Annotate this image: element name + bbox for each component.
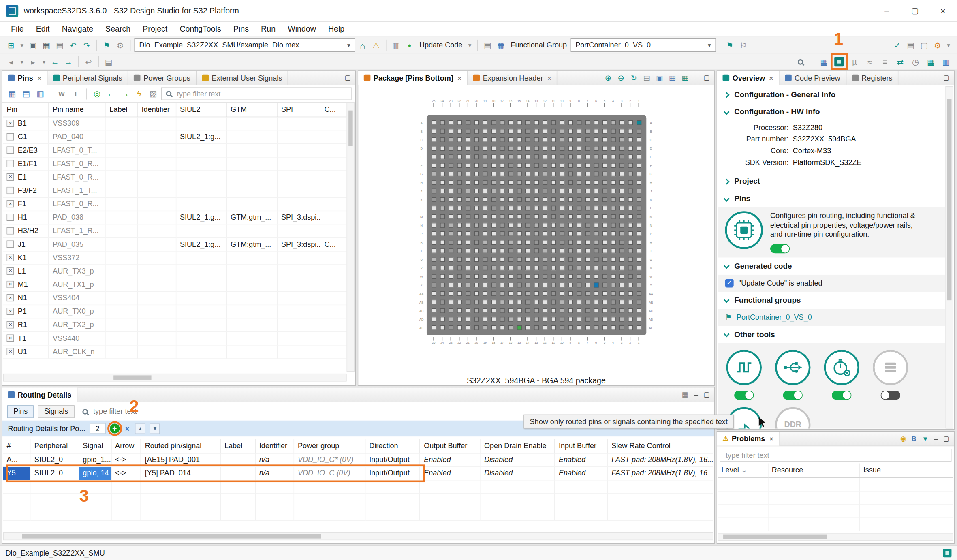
table-layout-icon[interactable]: ▤ — [20, 88, 32, 100]
bga-pin[interactable] — [585, 163, 590, 168]
bga-pin[interactable] — [500, 206, 504, 211]
bga-pin[interactable] — [551, 188, 556, 193]
bga-pin[interactable] — [636, 154, 641, 159]
bga-pin[interactable] — [517, 197, 521, 202]
tab-peripheral-signals[interactable]: Peripheral Signals — [47, 71, 128, 85]
bga-pin[interactable] — [594, 291, 598, 296]
bga-pin[interactable] — [491, 265, 496, 270]
bga-pin[interactable] — [508, 154, 513, 159]
bga-pin[interactable] — [611, 325, 615, 330]
bga-pin[interactable] — [491, 137, 496, 142]
bga-pin[interactable] — [483, 146, 487, 151]
bga-pin[interactable] — [448, 154, 453, 159]
maximize-view-icon[interactable]: ▢ — [344, 74, 351, 82]
bga-pin[interactable] — [551, 257, 556, 262]
bga-pin[interactable] — [431, 265, 436, 270]
bga-pin[interactable] — [440, 129, 444, 134]
bga-pin[interactable] — [457, 214, 462, 219]
bga-pin[interactable] — [560, 291, 564, 296]
bga-pin[interactable] — [508, 163, 513, 168]
bga-pin[interactable] — [457, 317, 462, 322]
bga-pin[interactable] — [628, 197, 632, 202]
bga-pin[interactable] — [636, 274, 641, 279]
book-icon[interactable]: ▤ — [904, 39, 916, 51]
pin-row[interactable]: ×B1VSS309 — [3, 117, 346, 130]
bga-pin[interactable] — [551, 120, 556, 125]
bga-pin[interactable] — [474, 300, 479, 305]
bga-pin[interactable] — [568, 274, 573, 279]
bga-pin[interactable] — [500, 231, 504, 236]
search-icon[interactable] — [794, 56, 806, 68]
bga-pin[interactable] — [508, 291, 513, 296]
bga-pin[interactable] — [517, 180, 521, 185]
close-icon[interactable]: × — [457, 74, 461, 81]
bga-pin[interactable] — [474, 223, 479, 228]
bga-pin[interactable] — [474, 214, 479, 219]
bga-pin[interactable] — [534, 257, 538, 262]
bga-pin[interactable] — [440, 120, 444, 125]
back-icon[interactable]: ← — [49, 56, 61, 68]
bga-pin[interactable] — [602, 171, 607, 176]
bga-pin[interactable] — [500, 129, 504, 134]
bga-pin[interactable] — [619, 197, 624, 202]
bga-pin[interactable] — [585, 325, 590, 330]
bga-pin[interactable] — [577, 308, 581, 313]
bga-pin[interactable] — [517, 308, 521, 313]
routing-column-header-2[interactable]: Signal — [79, 439, 111, 453]
bga-pin[interactable] — [602, 188, 607, 193]
routing-column-header-12[interactable]: Slew Rate Control — [607, 439, 713, 453]
routing-filter-input[interactable] — [92, 406, 251, 416]
delete-route-button[interactable]: × — [124, 424, 130, 433]
new-configuration-icon[interactable]: ⊞ — [5, 39, 17, 51]
bga-pin[interactable] — [602, 282, 607, 287]
bga-pin[interactable] — [628, 180, 632, 185]
bga-pin[interactable] — [517, 248, 521, 253]
bga-pin[interactable] — [611, 274, 615, 279]
new-dropdown-icon[interactable]: ▾ — [18, 39, 26, 51]
bga-pin[interactable] — [440, 282, 444, 287]
pins-tool-icon[interactable] — [833, 56, 845, 68]
minimize-view-icon[interactable]: – — [335, 74, 339, 81]
bga-pin[interactable] — [594, 317, 598, 322]
selected-pin-y5[interactable] — [594, 282, 598, 287]
bga-pin[interactable] — [440, 180, 444, 185]
bga-pin[interactable] — [619, 188, 624, 193]
pins-column-header-0[interactable]: Pin — [3, 103, 49, 117]
bga-pin[interactable] — [508, 171, 513, 176]
bga-pin[interactable] — [534, 163, 538, 168]
bga-pin[interactable] — [611, 257, 615, 262]
save-all-icon[interactable]: ▦ — [40, 39, 52, 51]
bga-pin[interactable] — [602, 300, 607, 305]
bga-pin[interactable] — [483, 188, 487, 193]
bga-pin[interactable] — [431, 146, 436, 151]
bga-pin[interactable] — [431, 214, 436, 219]
bga-pin[interactable] — [440, 171, 444, 176]
bga-pin[interactable] — [628, 188, 632, 193]
pin-row[interactable]: E1/F1LFAST_0_R... — [3, 157, 346, 170]
minimize-view-icon[interactable]: – — [934, 74, 938, 81]
bga-pin[interactable] — [551, 240, 556, 245]
bga-pin[interactable] — [636, 197, 641, 202]
bga-pin[interactable] — [551, 325, 556, 330]
pin-checkbox[interactable]: × — [7, 200, 14, 207]
bga-pin[interactable] — [466, 163, 470, 168]
bga-pin[interactable] — [474, 325, 479, 330]
bga-pin[interactable] — [491, 197, 496, 202]
bga-pin[interactable] — [474, 120, 479, 125]
bga-pin[interactable] — [525, 231, 530, 236]
bga-pin[interactable] — [568, 120, 573, 125]
bga-pin[interactable] — [577, 120, 581, 125]
bga-pin[interactable] — [577, 257, 581, 262]
bga-pin[interactable] — [542, 223, 547, 228]
pin-checkbox[interactable]: × — [7, 348, 14, 355]
bga-pin[interactable] — [525, 129, 530, 134]
bga-pin[interactable] — [431, 274, 436, 279]
bga-pin[interactable] — [474, 240, 479, 245]
monitor-icon[interactable]: ▢ — [918, 39, 930, 51]
bga-pin[interactable] — [611, 300, 615, 305]
home-icon[interactable]: ⌂ — [357, 39, 369, 51]
bga-pin[interactable] — [483, 257, 487, 262]
forward-icon[interactable]: → — [62, 56, 75, 68]
bga-pin[interactable] — [628, 154, 632, 159]
flag-outline-icon[interactable]: ⚐ — [737, 39, 749, 51]
